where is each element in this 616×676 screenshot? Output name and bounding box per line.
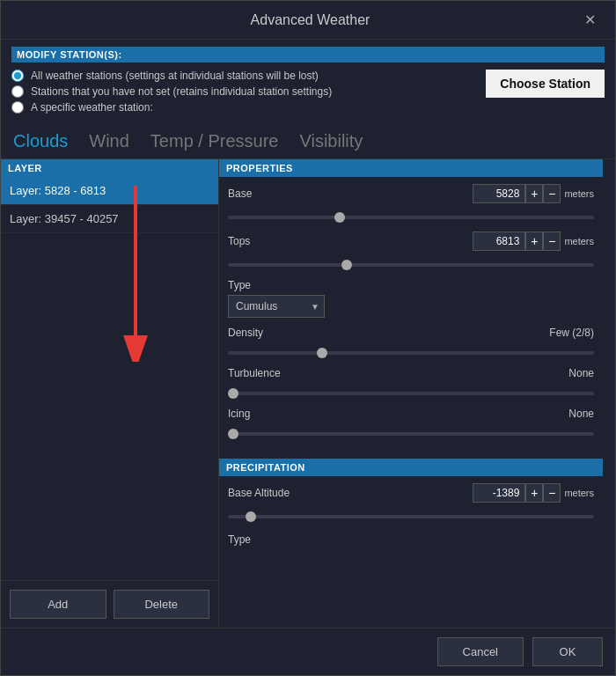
prop-base-row: Base + − meters (228, 184, 594, 203)
ok-button[interactable]: OK (532, 637, 603, 666)
prop-density: Density Few (2/8) (228, 327, 594, 358)
prop-icing-row: Icing None (228, 408, 594, 420)
prop-tops: Tops + − meters (228, 231, 594, 270)
base-altitude-label: Base Altitude (228, 487, 290, 499)
type-select-wrapper: Cumulus Stratus Cirrus Scattered ▼ (228, 295, 325, 318)
radio-row-2: A specific weather station: (11, 101, 479, 114)
precipitation-header: PRECIPITATION (219, 459, 603, 476)
radio-row-0: All weather stations (settings at indivi… (11, 70, 479, 82)
type-label: Type (228, 279, 251, 291)
prop-density-row: Density Few (2/8) (228, 327, 594, 339)
base-increment-button[interactable]: + (525, 184, 543, 203)
tops-decrement-button[interactable]: − (543, 231, 561, 251)
prop-base-altitude: Base Altitude + − meters (228, 483, 594, 522)
radio-group: All weather stations (settings at indivi… (11, 70, 479, 114)
cancel-button[interactable]: Cancel (437, 637, 524, 666)
layer-list: Layer: 5828 - 6813 Layer: 39457 - 40257 (1, 177, 218, 580)
base-altitude-increment-button[interactable]: + (525, 483, 543, 503)
choose-station-button[interactable]: Choose Station (486, 70, 605, 98)
main-area: LAYER Layer: 5828 - 6813 Layer: 39457 - … (1, 159, 615, 628)
modify-section-label: MODIFY STATION(S): (11, 47, 605, 62)
modify-section: MODIFY STATION(S): All weather stations … (1, 40, 615, 121)
properties-content: Base + − meters (219, 177, 603, 455)
close-button[interactable]: ✕ (579, 10, 601, 30)
icing-label: Icing (228, 408, 250, 420)
tab-wind[interactable]: Wind (89, 129, 129, 153)
tops-input[interactable] (473, 231, 525, 251)
radio-specific-station[interactable] (11, 101, 24, 114)
prop-type: Type Cumulus Stratus Cirrus Scattered ▼ (228, 279, 594, 318)
tab-visibility[interactable]: Visibility (299, 129, 363, 153)
prop-precip-type: Type (228, 531, 594, 547)
prop-turbulence-row: Turbulence None (228, 367, 594, 379)
modify-inner: All weather stations (settings at indivi… (11, 70, 605, 114)
prop-base: Base + − meters (228, 184, 594, 223)
left-panel: LAYER Layer: 5828 - 6813 Layer: 39457 - … (1, 159, 219, 628)
tab-clouds[interactable]: Clouds (13, 129, 68, 153)
base-altitude-slider[interactable] (228, 515, 594, 518)
density-slider[interactable] (228, 351, 594, 355)
radio-label-1: Stations that you have not set (retains … (31, 85, 332, 98)
prop-base-altitude-row: Base Altitude + − meters (228, 483, 594, 503)
prop-tops-row: Tops + − meters (228, 231, 594, 251)
turbulence-label: Turbulence (228, 367, 281, 379)
main-window: Advanced Weather ✕ MODIFY STATION(S): Al… (0, 0, 616, 676)
window-title: Advanced Weather (41, 12, 579, 28)
radio-label-0: All weather stations (settings at indivi… (31, 70, 319, 82)
icing-value: None (568, 408, 594, 420)
prop-turbulence: Turbulence None (228, 367, 594, 399)
turbulence-value: None (568, 367, 594, 379)
density-value: Few (2/8) (549, 327, 594, 339)
base-unit: meters (564, 188, 594, 199)
tops-increment-button[interactable]: + (525, 231, 543, 251)
tops-slider[interactable] (228, 263, 594, 267)
radio-all-stations[interactable] (11, 70, 24, 82)
add-layer-button[interactable]: Add (10, 590, 106, 619)
turbulence-slider[interactable] (228, 392, 594, 395)
footer: Cancel OK (1, 628, 615, 675)
tops-stepper-group: + − meters (473, 231, 594, 251)
tab-temp-pressure[interactable]: Temp / Pressure (150, 129, 279, 153)
precip-type-label: Type (228, 533, 251, 546)
base-altitude-decrement-button[interactable]: − (543, 483, 561, 503)
tabs-bar: Clouds Wind Temp / Pressure Visibility (1, 121, 615, 159)
right-panel: PROPERTIES Base + − meters (219, 159, 615, 628)
tops-label: Tops (228, 235, 250, 247)
delete-layer-button[interactable]: Delete (114, 590, 210, 619)
type-dropdown[interactable]: Cumulus Stratus Cirrus Scattered (228, 295, 325, 318)
density-label: Density (228, 327, 263, 339)
layer-header: LAYER (1, 159, 218, 177)
layer-item-0[interactable]: Layer: 5828 - 6813 (1, 177, 218, 205)
prop-type-label-row: Type (228, 279, 594, 291)
radio-row-1: Stations that you have not set (retains … (11, 85, 479, 98)
layer-item-1[interactable]: Layer: 39457 - 40257 (1, 205, 218, 233)
base-label: Base (228, 187, 252, 200)
icing-slider[interactable] (228, 432, 594, 436)
tops-unit: meters (564, 236, 594, 246)
title-bar: Advanced Weather ✕ (1, 1, 615, 40)
content-area: MODIFY STATION(S): All weather stations … (1, 40, 615, 675)
base-altitude-unit: meters (564, 488, 594, 498)
base-stepper-group: + − meters (473, 184, 594, 203)
radio-label-2: A specific weather station: (31, 101, 153, 114)
base-altitude-stepper-group: + − meters (473, 483, 594, 503)
precipitation-content: Base Altitude + − meters (219, 476, 603, 562)
prop-icing: Icing None (228, 408, 594, 439)
layer-actions: Add Delete (1, 580, 218, 628)
radio-not-set-stations[interactable] (11, 85, 24, 98)
base-altitude-input[interactable] (473, 483, 525, 503)
base-decrement-button[interactable]: − (543, 184, 561, 203)
base-slider[interactable] (228, 216, 594, 219)
properties-header: PROPERTIES (219, 159, 603, 177)
base-input[interactable] (473, 184, 525, 203)
